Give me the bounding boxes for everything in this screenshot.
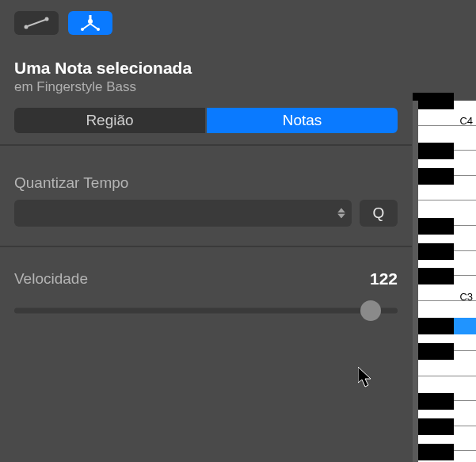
- black-key[interactable]: [413, 393, 454, 410]
- dropdown-arrows-icon: [337, 208, 345, 219]
- black-key[interactable]: [413, 243, 454, 260]
- quantize-section: Quantizar Tempo Q: [0, 146, 412, 246]
- black-key[interactable]: [413, 168, 454, 185]
- selection-title: Uma Nota selecionada: [14, 59, 398, 78]
- quantize-dropdown[interactable]: [14, 200, 352, 227]
- velocity-header: Velocidade 122: [14, 269, 398, 288]
- key-label-c3: C3: [459, 291, 473, 303]
- automation-tool-button[interactable]: [14, 11, 59, 35]
- black-key[interactable]: [413, 93, 454, 109]
- black-key[interactable]: [413, 143, 454, 159]
- toolbar: [0, 0, 412, 43]
- svg-point-4: [88, 19, 93, 24]
- quantize-apply-button[interactable]: Q: [360, 200, 398, 227]
- black-key[interactable]: [413, 218, 454, 235]
- black-key[interactable]: [413, 418, 454, 435]
- tab-region[interactable]: Região: [14, 108, 205, 133]
- slider-thumb[interactable]: [360, 300, 381, 321]
- track-subtitle: em Fingerstyle Bass: [14, 79, 398, 95]
- velocity-value[interactable]: 122: [370, 269, 398, 288]
- tab-notes[interactable]: Notas: [207, 108, 398, 133]
- inspector-panel: Uma Nota selecionada em Fingerstyle Bass…: [0, 0, 412, 462]
- black-key[interactable]: [413, 268, 454, 284]
- header-section: Uma Nota selecionada em Fingerstyle Bass: [0, 43, 412, 105]
- svg-point-8: [97, 28, 100, 31]
- selected-note-key[interactable]: [454, 318, 476, 334]
- velocity-label: Velocidade: [14, 270, 88, 288]
- velocity-section: Velocidade 122: [0, 247, 412, 336]
- svg-line-2: [28, 20, 45, 26]
- black-key[interactable]: [413, 318, 454, 334]
- piano-roll-keyboard[interactable]: C4 C3: [413, 101, 476, 462]
- piano-gray-strip: [413, 101, 418, 462]
- quantize-controls: Q: [14, 200, 398, 227]
- midi-tool-button[interactable]: [68, 11, 112, 35]
- velocity-slider[interactable]: [14, 301, 398, 320]
- tab-bar: Região Notas: [0, 105, 412, 144]
- key-label-c4: C4: [459, 115, 473, 127]
- black-key[interactable]: [413, 343, 454, 360]
- black-key[interactable]: [413, 444, 454, 460]
- quantize-label: Quantizar Tempo: [14, 174, 398, 192]
- automation-curve-icon: [22, 16, 51, 30]
- midi-edit-icon: [79, 15, 101, 31]
- slider-track: [14, 308, 398, 314]
- svg-point-7: [81, 28, 84, 31]
